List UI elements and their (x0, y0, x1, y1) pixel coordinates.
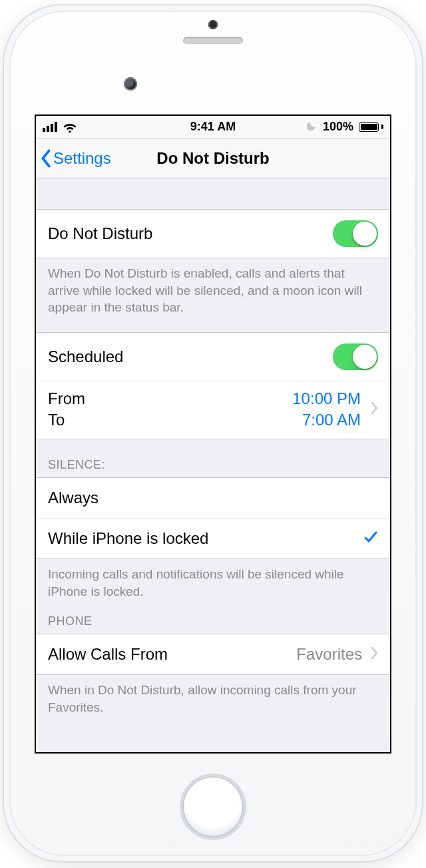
status-time: 9:41 AM (190, 120, 236, 134)
dnd-toggle-label: Do Not Disturb (48, 224, 333, 243)
silence-footer: Incoming calls and notifications will be… (36, 559, 390, 600)
allow-calls-label: Allow Calls From (48, 645, 296, 664)
do-not-disturb-moon-icon (307, 120, 318, 134)
silence-option-always[interactable]: Always (36, 477, 390, 519)
checkmark-icon (363, 529, 378, 548)
scheduled-from-value: 10:00 PM (292, 389, 361, 408)
silence-always-label: Always (48, 489, 378, 507)
iphone-device-frame: 9:41 AM 100% Settings Do Not Disturb Do … (3, 4, 423, 863)
phone-header: PHONE (36, 600, 390, 634)
silence-option-locked[interactable]: While iPhone is locked (36, 519, 390, 559)
scheduled-time-row[interactable]: From 10:00 PM To 7:00 AM (36, 381, 390, 439)
silence-header: SILENCE: (36, 439, 390, 477)
back-button[interactable]: Settings (36, 149, 111, 168)
chevron-right-icon (370, 645, 378, 664)
wifi-icon (63, 122, 77, 132)
dnd-switch[interactable] (333, 220, 378, 247)
screen: 9:41 AM 100% Settings Do Not Disturb Do … (35, 114, 391, 754)
chevron-right-icon (370, 400, 378, 419)
dnd-toggle-row[interactable]: Do Not Disturb (36, 209, 390, 258)
navigation-bar: Settings Do Not Disturb (36, 138, 390, 178)
home-button[interactable] (182, 776, 244, 837)
battery-percent: 100% (323, 120, 353, 134)
proximity-sensor (208, 20, 218, 29)
scheduled-switch[interactable] (333, 343, 378, 370)
allow-calls-value: Favorites (296, 645, 362, 664)
scheduled-to-label: To (48, 411, 65, 429)
scheduled-toggle-row[interactable]: Scheduled (36, 332, 390, 381)
earpiece-speaker (183, 37, 243, 44)
scheduled-to-value: 7:00 AM (302, 411, 361, 429)
dnd-footer: When Do Not Disturb is enabled, calls an… (36, 258, 390, 316)
chevron-left-icon (40, 149, 52, 168)
allow-calls-row[interactable]: Allow Calls From Favorites (36, 634, 390, 675)
allow-calls-footer: When in Do Not Disturb, allow incoming c… (36, 675, 390, 716)
signal-strength-icon (43, 122, 57, 132)
front-camera (124, 77, 137, 91)
battery-icon (359, 122, 383, 132)
scheduled-label: Scheduled (48, 347, 333, 366)
scheduled-from-label: From (48, 389, 85, 408)
status-bar: 9:41 AM 100% (36, 116, 390, 138)
back-label: Settings (53, 149, 111, 168)
silence-locked-label: While iPhone is locked (48, 529, 363, 548)
